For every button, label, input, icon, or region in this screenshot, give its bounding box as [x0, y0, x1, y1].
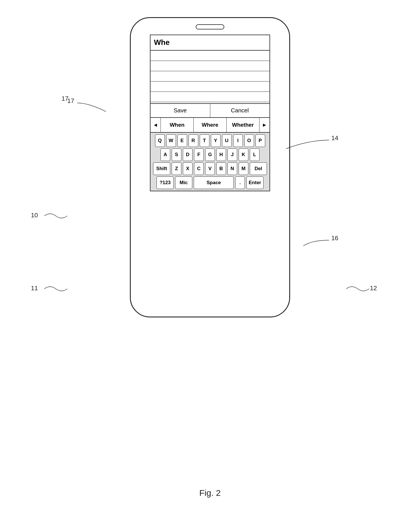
- phone-speaker: [196, 24, 224, 29]
- content-line-3: [150, 71, 270, 81]
- key-r[interactable]: R: [189, 134, 198, 147]
- key-l[interactable]: L: [250, 148, 259, 161]
- action-buttons-row: Save Cancel: [150, 103, 270, 118]
- key-n[interactable]: N: [227, 162, 237, 175]
- annotation-label-10: 10: [31, 212, 38, 219]
- save-button[interactable]: Save: [150, 104, 210, 117]
- key-y[interactable]: Y: [211, 134, 221, 147]
- suggestion-when[interactable]: When: [161, 118, 194, 132]
- annotation-label-12: 12: [370, 285, 377, 292]
- keyboard: Q W E R T Y U I O P A S D F G H J K: [150, 133, 270, 191]
- key-enter[interactable]: Enter: [246, 176, 264, 189]
- suggestion-words: When Where Whether: [161, 118, 259, 132]
- key-k[interactable]: K: [239, 148, 248, 161]
- key-a[interactable]: A: [161, 148, 170, 161]
- key-c[interactable]: C: [194, 162, 204, 175]
- key-s[interactable]: S: [172, 148, 181, 161]
- key-x[interactable]: X: [183, 162, 193, 175]
- suggestion-prev-arrow[interactable]: ◄: [150, 118, 161, 132]
- key-q[interactable]: Q: [155, 134, 165, 147]
- autocomplete-suggestion-row: ◄ When Where Whether ►: [150, 118, 270, 133]
- key-f[interactable]: F: [194, 148, 204, 161]
- key-b[interactable]: B: [216, 162, 226, 175]
- key-period[interactable]: .: [235, 176, 245, 189]
- keyboard-row-3: Shift Z X C V B N M Del: [152, 162, 268, 175]
- annotation-label-17: 17: [62, 95, 68, 102]
- key-i[interactable]: I: [233, 134, 243, 147]
- key-d[interactable]: D: [183, 148, 193, 161]
- phone-outline: Whe Save Cancel ◄ When Where Whether ►: [130, 17, 290, 317]
- key-g[interactable]: G: [205, 148, 215, 161]
- key-h[interactable]: H: [216, 148, 226, 161]
- key-j[interactable]: J: [227, 148, 237, 161]
- key-space[interactable]: Space: [194, 176, 234, 189]
- annotation-label-14: 14: [331, 134, 338, 142]
- suggestion-whether[interactable]: Whether: [227, 118, 259, 132]
- suggestion-where[interactable]: Where: [194, 118, 227, 132]
- content-line-4: [150, 81, 270, 92]
- key-v[interactable]: V: [205, 162, 215, 175]
- key-u[interactable]: U: [222, 134, 232, 147]
- phone-screen: Whe Save Cancel ◄ When Where Whether ►: [150, 35, 270, 191]
- key-o[interactable]: O: [244, 134, 254, 147]
- suggestion-next-arrow[interactable]: ►: [259, 118, 270, 132]
- keyboard-row-1: Q W E R T Y U I O P: [152, 134, 268, 147]
- key-numbers[interactable]: ?123: [156, 176, 174, 189]
- key-m[interactable]: M: [239, 162, 248, 175]
- content-line-5: [150, 92, 270, 102]
- key-shift[interactable]: Shift: [153, 162, 170, 175]
- annotation-label-16: 16: [331, 234, 338, 242]
- key-e[interactable]: E: [177, 134, 187, 147]
- key-z[interactable]: Z: [172, 162, 181, 175]
- key-p[interactable]: P: [255, 134, 265, 147]
- input-text: Whe: [154, 38, 170, 47]
- keyboard-row-2: A S D F G H J K L: [152, 148, 268, 161]
- key-w[interactable]: W: [166, 134, 176, 147]
- content-lines-area: [150, 51, 270, 102]
- annotation-label-11: 11: [31, 285, 38, 292]
- content-line-2: [150, 61, 270, 71]
- keyboard-row-4: ?123 Mic Space . Enter: [152, 176, 268, 189]
- cancel-button[interactable]: Cancel: [210, 104, 270, 117]
- key-t[interactable]: T: [200, 134, 209, 147]
- figure-caption: Fig. 2: [199, 488, 221, 498]
- content-line-1: [150, 51, 270, 61]
- key-del[interactable]: Del: [250, 162, 267, 175]
- text-input-area[interactable]: Whe: [150, 35, 270, 51]
- key-mic[interactable]: Mic: [175, 176, 192, 189]
